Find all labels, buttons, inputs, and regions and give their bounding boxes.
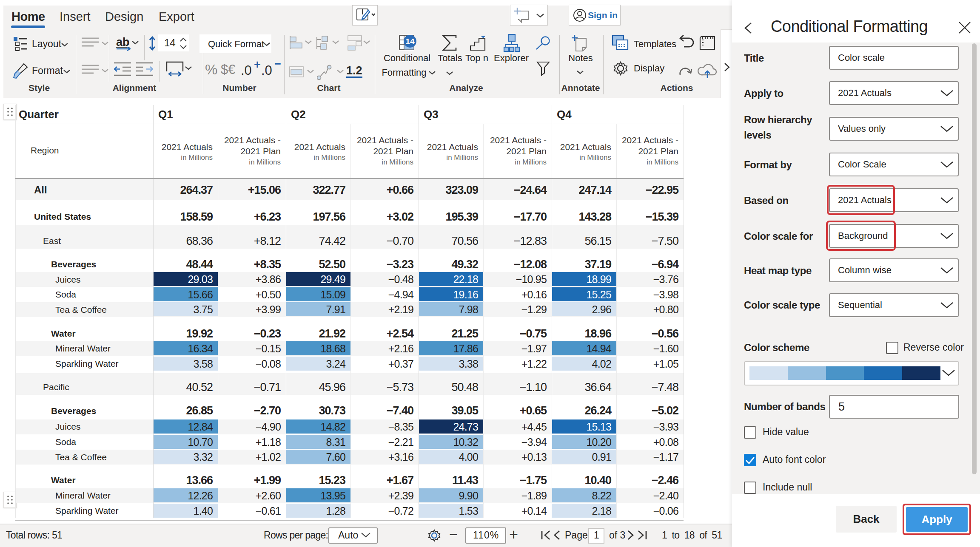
svg-text:14: 14 <box>405 37 415 46</box>
